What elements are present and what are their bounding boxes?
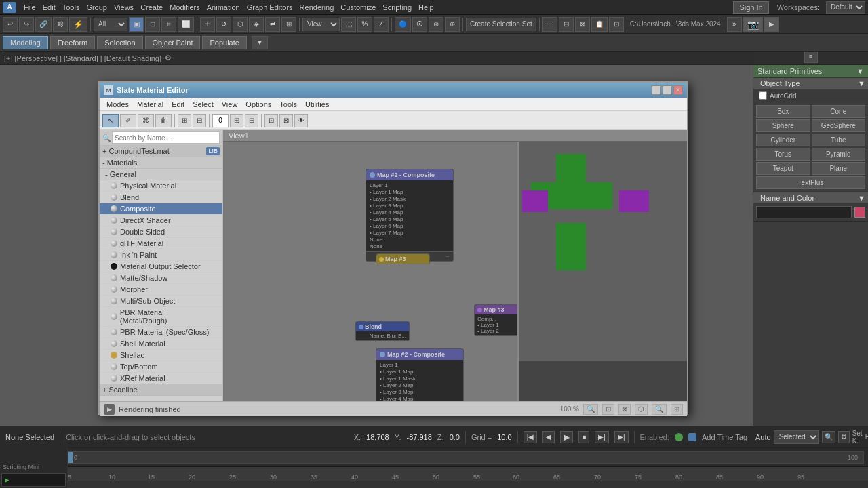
- view-sel-btn[interactable]: ⊠: [618, 404, 631, 415]
- populate-btn[interactable]: Populate: [202, 36, 246, 49]
- render-frame-btn[interactable]: 📷: [743, 17, 763, 32]
- mat-search-input[interactable]: [112, 131, 220, 144]
- menu-create[interactable]: Create: [137, 2, 166, 13]
- node-blend-2[interactable]: Blend Name: Blur B...: [355, 321, 410, 341]
- mat-topbot[interactable]: Top/Bottom: [100, 361, 222, 373]
- scale-btn[interactable]: ⬡: [233, 17, 248, 32]
- layer2-btn[interactable]: ⊟: [559, 17, 574, 32]
- add-time-tag-btn[interactable]: Add Time Tag: [702, 433, 747, 441]
- node-output-1[interactable]: Map #3 Comp... • Layer 1 • Layer 2: [474, 304, 517, 336]
- unlink-button[interactable]: ⛓: [53, 17, 68, 32]
- modeling-btn[interactable]: Modeling: [3, 36, 48, 49]
- menu-modifiers[interactable]: Modifiers: [166, 2, 203, 13]
- slate-menu-select[interactable]: Select: [189, 100, 218, 109]
- next-btn[interactable]: ▶|: [595, 431, 609, 443]
- slate-connect-btn[interactable]: ⌘: [138, 114, 154, 127]
- play-btn[interactable]: ▶: [560, 431, 573, 443]
- mat-gltf[interactable]: glTF Material: [100, 238, 222, 249]
- sign-in-button[interactable]: Sign In: [733, 1, 768, 14]
- scene-btn[interactable]: ⊠: [575, 17, 590, 32]
- teapot-btn[interactable]: Teapot: [756, 162, 810, 175]
- mat-directx[interactable]: DirectX Shader: [100, 215, 222, 226]
- view3d-btn[interactable]: ⬚: [341, 17, 356, 32]
- percent-snap-btn[interactable]: ⊛: [429, 17, 443, 32]
- slate-num-input[interactable]: [212, 114, 229, 127]
- undo-button[interactable]: ↩: [3, 17, 18, 32]
- node-composite-2[interactable]: Map #2 - Composite Layer 1 • Layer 1 Map…: [376, 348, 464, 401]
- filter-dropdown[interactable]: All: [94, 18, 127, 31]
- menu-animation[interactable]: Animation: [203, 2, 243, 13]
- menu-views[interactable]: Views: [111, 2, 137, 13]
- textplus-btn[interactable]: TextPlus: [756, 176, 865, 189]
- create-sel-set-btn[interactable]: Create Selection Set: [466, 18, 536, 31]
- menu-tools[interactable]: Tools: [59, 2, 83, 13]
- node-editor-area[interactable]: Map #2 - Composite Layer 1 • Layer 1 Map…: [223, 142, 517, 401]
- mirror-btn[interactable]: ⇄: [265, 17, 280, 32]
- torus-btn[interactable]: Torus: [756, 148, 810, 161]
- slate-node-btn[interactable]: ⊞: [178, 114, 191, 127]
- mat-xref[interactable]: XRef Material: [100, 373, 222, 384]
- mat-shell[interactable]: Shell Material: [100, 338, 222, 350]
- snap-btn[interactable]: 🔵: [395, 17, 411, 32]
- node-blend-1[interactable]: Map #3: [376, 253, 430, 264]
- slate-close-btn[interactable]: ✕: [673, 85, 683, 95]
- slate-menu-utilities[interactable]: Utilities: [301, 100, 333, 109]
- prev-btn[interactable]: ◀: [542, 431, 555, 443]
- slate-menu-modes[interactable]: Modes: [102, 100, 133, 109]
- slate-hide-btn[interactable]: 👁: [294, 114, 308, 127]
- angle-btn[interactable]: ∠: [374, 17, 389, 32]
- render-btn[interactable]: ▶: [764, 17, 779, 32]
- redo-button[interactable]: ↪: [19, 17, 34, 32]
- zoom-out-btn[interactable]: 🔍: [583, 404, 598, 415]
- pyramid-btn[interactable]: Pyramid: [812, 148, 866, 161]
- mat-ink[interactable]: Ink 'n Paint: [100, 249, 222, 261]
- navigate2-btn[interactable]: ⊞: [671, 404, 683, 415]
- selection-btn[interactable]: Selection: [97, 36, 142, 49]
- mat-materials-group[interactable]: - Materials: [100, 157, 222, 169]
- workspace-select[interactable]: Default: [826, 1, 865, 14]
- next-frame-btn[interactable]: ▶|: [614, 431, 629, 443]
- mat-matte[interactable]: Matte/Shadow: [100, 272, 222, 284]
- menu-help[interactable]: Help: [415, 2, 437, 13]
- navigate-btn[interactable]: 🔍: [652, 404, 667, 415]
- spinner-snap-btn[interactable]: ⊕: [445, 17, 460, 32]
- mat-double[interactable]: Double Sided: [100, 226, 222, 238]
- bind-button[interactable]: ⚡: [69, 17, 87, 32]
- link-button[interactable]: 🔗: [35, 17, 52, 32]
- layer-btn[interactable]: ☰: [542, 17, 557, 32]
- slate-select-btn[interactable]: ↖: [102, 114, 119, 127]
- bc-expand[interactable]: [+]: [4, 54, 13, 62]
- name-input[interactable]: [756, 206, 852, 218]
- search-sel-btn[interactable]: 🔍: [822, 431, 835, 443]
- slate-compact-btn[interactable]: ⊠: [279, 114, 293, 127]
- slate-move-btn[interactable]: ✐: [120, 114, 136, 127]
- slate-menu-options[interactable]: Options: [241, 100, 275, 109]
- mat-morpher[interactable]: Morpher: [100, 284, 222, 296]
- mat-general-group[interactable]: - General: [100, 169, 222, 180]
- prev-frame-btn[interactable]: |◀: [524, 431, 538, 443]
- select-btn[interactable]: ▣: [129, 17, 144, 32]
- scripting-mini-input-area[interactable]: ▶: [1, 473, 66, 487]
- mat-blend[interactable]: Blend: [100, 192, 222, 203]
- sphere-btn[interactable]: Sphere: [756, 119, 810, 132]
- slate-layout-btn[interactable]: ⊟: [193, 114, 206, 127]
- slate-menu-view[interactable]: View: [218, 100, 242, 109]
- freeform-btn[interactable]: Freeform: [50, 36, 96, 49]
- autocreate-checkbox[interactable]: [759, 92, 767, 100]
- rp-icon-h[interactable]: ≡: [804, 49, 818, 63]
- view3d-slate-btn[interactable]: ⬡: [635, 404, 648, 415]
- more-btn[interactable]: »: [727, 17, 742, 32]
- container-btn[interactable]: ⊡: [609, 17, 624, 32]
- color-swatch[interactable]: [854, 207, 865, 218]
- mat-compund-group[interactable]: + CompundTest.mat LIB: [100, 146, 222, 157]
- rotate-btn[interactable]: ↺: [216, 17, 231, 32]
- stop-btn[interactable]: ■: [578, 431, 589, 443]
- plane-btn[interactable]: Plane: [812, 162, 866, 175]
- timeline-ruler[interactable]: 0 100: [68, 451, 864, 464]
- cylinder-btn[interactable]: Cylinder: [756, 134, 810, 146]
- view-dropdown[interactable]: View: [302, 18, 340, 31]
- cone-btn[interactable]: Cone: [812, 105, 866, 118]
- menu-rendering[interactable]: Rendering: [296, 2, 338, 13]
- tube-btn[interactable]: Tube: [812, 134, 866, 146]
- menu-customize[interactable]: Customize: [337, 2, 379, 13]
